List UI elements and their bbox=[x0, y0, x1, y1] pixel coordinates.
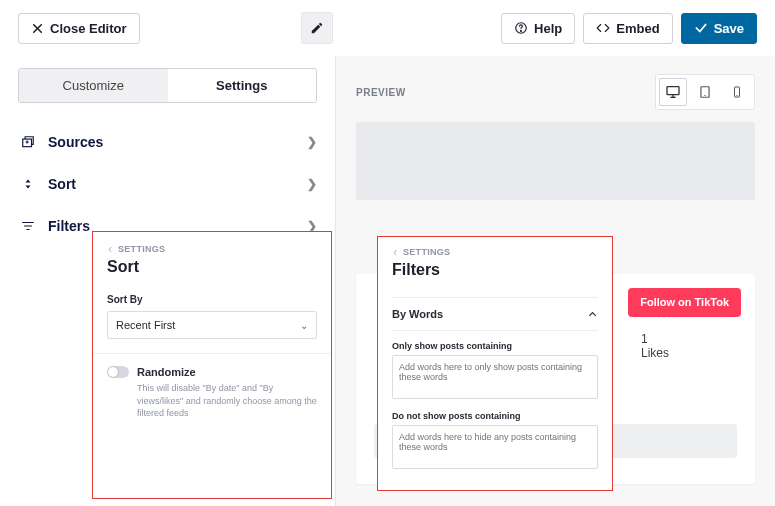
by-words-accordion[interactable]: By Words bbox=[392, 297, 598, 331]
close-editor-label: Close Editor bbox=[50, 21, 127, 36]
breadcrumb[interactable]: SETTINGS bbox=[392, 247, 598, 257]
menu-item-sort[interactable]: Sort ❯ bbox=[18, 163, 317, 205]
chevron-right-icon: ❯ bbox=[307, 135, 317, 149]
code-icon bbox=[596, 21, 610, 35]
sort-icon bbox=[22, 177, 34, 191]
save-label: Save bbox=[714, 21, 744, 36]
menu-item-sources[interactable]: Sources ❯ bbox=[18, 121, 317, 163]
sort-by-label: Sort By bbox=[107, 294, 317, 305]
chevron-up-icon bbox=[587, 309, 598, 320]
sources-icon bbox=[21, 135, 35, 149]
close-icon bbox=[31, 22, 44, 35]
sidebar-tabs: Customize Settings bbox=[18, 68, 317, 103]
top-bar: Close Editor Help Embed Save bbox=[0, 0, 775, 56]
only-show-input[interactable] bbox=[392, 355, 598, 399]
sort-by-select[interactable]: Recent First ⌄ bbox=[107, 311, 317, 339]
breadcrumb-label: SETTINGS bbox=[118, 244, 165, 254]
sort-by-value: Recent First bbox=[116, 319, 175, 331]
desktop-icon bbox=[665, 84, 681, 100]
filters-icon bbox=[21, 219, 35, 233]
likes-number: 1 bbox=[641, 332, 669, 346]
embed-button[interactable]: Embed bbox=[583, 13, 672, 44]
tab-settings[interactable]: Settings bbox=[168, 69, 317, 102]
dont-show-label: Do not show posts containing bbox=[392, 411, 598, 421]
filters-settings-panel: SETTINGS Filters By Words Only show post… bbox=[377, 236, 613, 491]
chevron-down-icon: ⌄ bbox=[300, 320, 308, 331]
mobile-icon bbox=[731, 85, 743, 99]
embed-label: Embed bbox=[616, 21, 659, 36]
dont-show-input[interactable] bbox=[392, 425, 598, 469]
menu-label-filters: Filters bbox=[48, 218, 90, 234]
preview-header-area bbox=[356, 122, 755, 200]
by-words-label: By Words bbox=[392, 308, 443, 320]
divider bbox=[93, 353, 331, 354]
preview-label: PREVIEW bbox=[356, 87, 406, 98]
randomize-label: Randomize bbox=[137, 366, 196, 378]
pencil-icon bbox=[310, 21, 324, 35]
device-desktop[interactable] bbox=[659, 78, 687, 106]
svg-rect-10 bbox=[667, 87, 679, 95]
help-icon bbox=[514, 21, 528, 35]
follow-tiktok-button[interactable]: Follow on TikTok bbox=[628, 288, 741, 317]
panel-title: Filters bbox=[392, 261, 598, 279]
close-editor-button[interactable]: Close Editor bbox=[18, 13, 140, 44]
save-button[interactable]: Save bbox=[681, 13, 757, 44]
chevron-left-icon bbox=[107, 246, 114, 253]
tablet-icon bbox=[698, 85, 712, 99]
menu-label-sources: Sources bbox=[48, 134, 103, 150]
randomize-help: This will disable "By date" and "By view… bbox=[107, 382, 317, 420]
chevron-left-icon bbox=[392, 249, 399, 256]
device-mobile[interactable] bbox=[723, 78, 751, 106]
randomize-toggle[interactable] bbox=[107, 366, 129, 378]
sort-settings-panel: SETTINGS Sort Sort By Recent First ⌄ Ran… bbox=[92, 231, 332, 499]
svg-point-3 bbox=[521, 30, 522, 31]
likes-text: Likes bbox=[641, 346, 669, 360]
device-switcher bbox=[655, 74, 755, 110]
help-label: Help bbox=[534, 21, 562, 36]
panel-title: Sort bbox=[107, 258, 317, 276]
only-show-label: Only show posts containing bbox=[392, 341, 598, 351]
likes-count: 1 Likes bbox=[641, 332, 669, 360]
check-icon bbox=[694, 21, 708, 35]
breadcrumb-label: SETTINGS bbox=[403, 247, 450, 257]
breadcrumb[interactable]: SETTINGS bbox=[107, 244, 317, 254]
edit-button[interactable] bbox=[301, 12, 333, 44]
help-button[interactable]: Help bbox=[501, 13, 575, 44]
tab-customize[interactable]: Customize bbox=[19, 69, 168, 102]
chevron-right-icon: ❯ bbox=[307, 177, 317, 191]
device-tablet[interactable] bbox=[691, 78, 719, 106]
menu-label-sort: Sort bbox=[48, 176, 76, 192]
